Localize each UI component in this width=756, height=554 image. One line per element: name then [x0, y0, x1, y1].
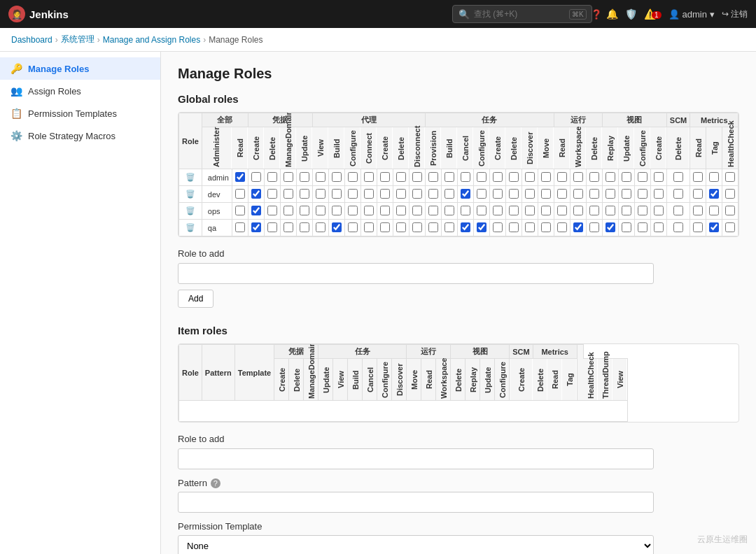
pattern-help-icon[interactable]: ? — [211, 478, 220, 488]
permission-checkbox[interactable] — [300, 222, 309, 232]
permission-checkbox[interactable] — [284, 172, 293, 182]
permission-checkbox[interactable] — [348, 189, 358, 199]
bell-icon[interactable]: 🔔 — [606, 8, 618, 20]
permission-checkbox[interactable] — [267, 206, 277, 215]
permission-checkbox[interactable] — [525, 222, 535, 232]
permission-checkbox[interactable] — [461, 206, 470, 215]
permission-checkbox[interactable] — [622, 222, 631, 232]
permission-checkbox[interactable] — [396, 206, 406, 215]
permission-checkbox[interactable] — [509, 206, 519, 215]
permission-checkbox[interactable] — [251, 189, 261, 199]
permission-checkbox[interactable] — [673, 172, 683, 182]
permission-checkbox[interactable] — [380, 189, 390, 199]
permission-checkbox[interactable] — [606, 206, 615, 215]
permission-checkbox[interactable] — [557, 172, 567, 182]
permission-checkbox[interactable] — [300, 172, 309, 182]
permission-checkbox[interactable] — [477, 189, 486, 199]
permission-checkbox[interactable] — [509, 172, 519, 182]
permission-checkbox[interactable] — [606, 172, 615, 182]
permission-checkbox[interactable] — [557, 189, 567, 199]
row-trash-icon[interactable]: 🗑️ — [186, 173, 195, 181]
permission-checkbox[interactable] — [654, 206, 664, 215]
search-bar[interactable]: 🔍 ⌘K ❓ — [452, 5, 592, 23]
permission-checkbox[interactable] — [541, 206, 551, 215]
permission-checkbox[interactable] — [251, 222, 261, 232]
permission-checkbox[interactable] — [348, 172, 358, 182]
permission-checkbox[interactable] — [709, 206, 719, 215]
permission-checkbox[interactable] — [673, 189, 683, 199]
permission-checkbox[interactable] — [461, 222, 470, 232]
global-add-button[interactable]: Add — [178, 290, 214, 308]
pattern-input[interactable] — [178, 492, 654, 513]
permission-checkbox[interactable] — [622, 189, 631, 199]
permission-checkbox[interactable] — [573, 189, 583, 199]
permission-checkbox[interactable] — [251, 172, 261, 182]
permission-checkbox[interactable] — [300, 206, 309, 215]
sidebar-item-assign-roles[interactable]: 👥 Assign Roles — [0, 80, 160, 102]
permission-checkbox[interactable] — [380, 222, 390, 232]
permission-checkbox[interactable] — [461, 172, 470, 182]
permission-checkbox[interactable] — [396, 222, 406, 232]
permission-checkbox[interactable] — [673, 206, 683, 215]
permission-checkbox[interactable] — [461, 189, 470, 199]
permission-checkbox[interactable] — [235, 189, 245, 199]
permission-checkbox[interactable] — [541, 189, 551, 199]
permission-checkbox[interactable] — [493, 172, 503, 182]
permission-checkbox[interactable] — [638, 172, 648, 182]
permission-checkbox[interactable] — [589, 206, 599, 215]
permission-checkbox[interactable] — [709, 222, 719, 232]
permission-checkbox[interactable] — [428, 189, 438, 199]
sidebar-item-manage-roles[interactable]: 🔑 Manage Roles — [0, 57, 160, 80]
permission-checkbox[interactable] — [332, 206, 342, 215]
permission-checkbox[interactable] — [396, 189, 406, 199]
row-trash-icon[interactable]: 🗑️ — [186, 223, 195, 232]
permission-checkbox[interactable] — [316, 206, 326, 215]
permission-checkbox[interactable] — [525, 172, 535, 182]
permission-checkbox[interactable] — [364, 189, 374, 199]
permission-checkbox[interactable] — [654, 222, 664, 232]
permission-checkbox[interactable] — [412, 172, 422, 182]
row-trash-icon[interactable]: 🗑️ — [186, 190, 195, 198]
permission-checkbox[interactable] — [622, 206, 631, 215]
permission-checkbox[interactable] — [589, 189, 599, 199]
permission-checkbox[interactable] — [428, 222, 438, 232]
sidebar-item-permission-templates[interactable]: 📋 Permission Templates — [0, 102, 160, 125]
permission-checkbox[interactable] — [428, 206, 438, 215]
permission-checkbox[interactable] — [316, 222, 326, 232]
permission-checkbox[interactable] — [725, 206, 735, 215]
permission-checkbox[interactable] — [654, 189, 664, 199]
breadcrumb-manage-assign-roles[interactable]: Manage and Assign Roles — [103, 35, 200, 45]
global-role-add-input[interactable] — [178, 263, 654, 284]
sidebar-item-role-strategy-macros[interactable]: ⚙️ Role Strategy Macros — [0, 125, 160, 147]
permission-checkbox[interactable] — [622, 172, 631, 182]
permission-checkbox[interactable] — [493, 222, 503, 232]
permission-checkbox[interactable] — [412, 206, 422, 215]
permission-checkbox[interactable] — [332, 222, 342, 232]
permission-checkbox[interactable] — [396, 172, 406, 182]
permission-checkbox[interactable] — [316, 172, 326, 182]
permission-checkbox[interactable] — [725, 222, 735, 232]
permission-checkbox[interactable] — [380, 206, 390, 215]
permission-checkbox[interactable] — [380, 172, 390, 182]
permission-checkbox[interactable] — [509, 222, 519, 232]
permission-checkbox[interactable] — [444, 172, 454, 182]
permission-checkbox[interactable] — [638, 206, 648, 215]
permission-checkbox[interactable] — [428, 172, 438, 182]
logout-button[interactable]: ↪ 注销 — [722, 8, 748, 20]
permission-checkbox[interactable] — [638, 189, 648, 199]
search-input[interactable] — [474, 9, 565, 19]
permission-checkbox[interactable] — [364, 222, 374, 232]
permission-checkbox[interactable] — [267, 222, 277, 232]
permission-checkbox[interactable] — [235, 206, 245, 215]
permission-checkbox[interactable] — [332, 172, 342, 182]
permission-checkbox[interactable] — [573, 206, 583, 215]
permission-checkbox[interactable] — [348, 206, 358, 215]
permission-checkbox[interactable] — [693, 189, 703, 199]
permission-checkbox[interactable] — [477, 172, 486, 182]
permission-checkbox[interactable] — [300, 189, 309, 199]
permission-checkbox[interactable] — [725, 189, 735, 199]
permission-checkbox[interactable] — [477, 206, 486, 215]
permission-checkbox[interactable] — [606, 222, 615, 232]
permission-checkbox[interactable] — [557, 222, 567, 232]
permission-checkbox[interactable] — [654, 172, 664, 182]
